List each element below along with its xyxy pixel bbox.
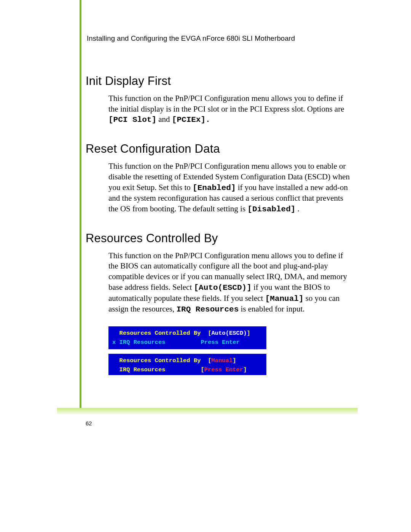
bios-row-marker: x [112,338,119,347]
bios-row: Resources Controlled By [ Auto(ESCD) ] [112,329,261,338]
label-irq-resources: IRQ Resources [176,305,239,314]
bios-bracket: ] [233,356,236,365]
bios-field-label: Resources Controlled By [112,329,208,338]
bios-field-label: Resources Controlled By [112,356,208,365]
bios-row: x IRQ Resources Press Enter [112,338,261,347]
paragraph: This function on the PnP/PCI Configurati… [108,251,350,315]
running-head: Installing and Configuring the EVGA nFor… [87,34,295,43]
bios-action-press-enter: Press Enter [201,338,240,347]
body-text: is enabled for input. [241,304,305,313]
footer-rule [57,408,358,415]
bios-field-irq-resources: IRQ Resources [112,365,201,374]
bios-panel-auto: Resources Controlled By [ Auto(ESCD) ] x… [108,326,266,349]
bios-row: IRQ Resources [ Press Enter ] [112,365,261,374]
bios-bracket: ] [243,365,247,374]
bios-bracket: [ [208,329,211,338]
bios-row: Resources Controlled By [ Manual ] [112,356,261,365]
bios-action-press-enter: Press Enter [204,365,243,374]
body-text: . [298,204,299,213]
option-auto-escd: [Auto(ESCD)] [194,283,252,292]
page-number: 62 [86,420,92,427]
heading-init-display-first: Init Display First [86,74,350,88]
heading-reset-configuration-data: Reset Configuration Data [86,142,350,156]
option-pciex: [PCIEx]. [172,115,210,124]
paragraph: This function on the PnP/PCI Configurati… [108,93,350,125]
option-pci-slot: [PCI Slot] [108,115,156,124]
page-content: Init Display First This function on the … [86,74,350,375]
side-rule [80,0,81,415]
option-disabled: [Disabled] [247,205,295,214]
body-text: This function on the PnP/PCI Configurati… [108,94,344,113]
section-reset-configuration-data: Reset Configuration Data This function o… [86,142,350,215]
bios-bracket: ] [247,329,250,338]
heading-resources-controlled-by: Resources Controlled By [86,232,350,245]
bios-bracket: [ [208,356,211,365]
bios-bracket: [ [201,365,204,374]
section-resources-controlled-by: Resources Controlled By This function on… [86,232,350,375]
document-page: Installing and Configuring the EVGA nFor… [0,0,411,532]
section-init-display-first: Init Display First This function on the … [86,74,350,125]
bios-option-auto-escd: Auto(ESCD) [211,329,247,338]
bios-panel-manual: Resources Controlled By [ Manual ] IRQ R… [108,354,266,375]
body-text: and [158,115,172,124]
bios-field-irq-resources: IRQ Resources [119,338,201,347]
option-enabled: [Enabled] [193,184,236,192]
bios-examples: Resources Controlled By [ Auto(ESCD) ] x… [108,326,266,375]
bios-option-manual: Manual [211,356,233,365]
paragraph: This function on the PnP/PCI Configurati… [108,161,350,215]
option-manual: [Manual] [265,294,304,303]
